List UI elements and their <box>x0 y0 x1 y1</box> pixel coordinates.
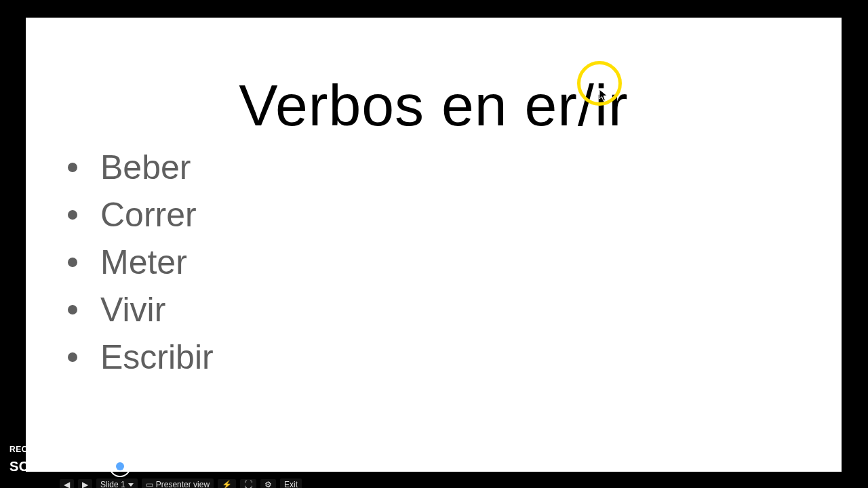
prev-slide-button[interactable]: ◀ <box>60 479 74 488</box>
list-item: Meter <box>68 239 214 286</box>
fullscreen-icon: ⛶ <box>244 481 252 488</box>
chevron-down-icon <box>128 483 134 487</box>
next-slide-button[interactable]: ▶ <box>78 479 92 488</box>
list-item: Escribir <box>68 333 214 381</box>
slide-number-label: Slide 1 <box>100 480 125 488</box>
slide-picker-button[interactable]: Slide 1 <box>96 479 138 488</box>
bullet-icon <box>68 352 77 362</box>
bullet-list: Beber Correr Meter Vivir Escribir <box>68 144 214 381</box>
fullscreen-button[interactable]: ⛶ <box>240 479 256 488</box>
bullet-text: Correr <box>100 195 197 235</box>
slide-title: Verbos en er/ir <box>26 72 842 139</box>
settings-button[interactable]: ⚙ <box>260 479 276 488</box>
pointer-button[interactable]: ⚡ <box>218 479 236 488</box>
chevron-right-icon: ▶ <box>82 481 88 488</box>
bullet-text: Vivir <box>100 290 165 329</box>
bullet-text: Meter <box>100 243 187 282</box>
pointer-icon: ⚡ <box>222 481 232 488</box>
presenter-view-label: Presenter view <box>156 480 210 488</box>
list-item: Vivir <box>68 286 214 333</box>
bullet-icon <box>68 163 77 172</box>
exit-button[interactable]: Exit <box>280 479 302 488</box>
bullet-icon <box>68 305 77 314</box>
presenter-icon: ▭ <box>146 481 153 488</box>
bullet-icon <box>68 258 77 267</box>
list-item: Correr <box>68 191 214 239</box>
exit-label: Exit <box>284 480 298 488</box>
bullet-icon <box>68 210 77 220</box>
slide-surface: Verbos en er/ir Beber Correr Meter Vivir… <box>26 18 842 472</box>
video-frame: Verbos en er/ir Beber Correr Meter Vivir… <box>0 0 868 488</box>
bullet-text: Beber <box>100 148 191 187</box>
presenter-view-button[interactable]: ▭ Presenter view <box>142 479 214 488</box>
presentation-toolbar: ◀ ▶ Slide 1 ▭ Presenter view ⚡ ⛶ ⚙ Exit <box>60 477 302 488</box>
bullet-text: Escribir <box>100 338 214 377</box>
chevron-left-icon: ◀ <box>64 481 70 488</box>
gear-icon: ⚙ <box>264 481 272 488</box>
list-item: Beber <box>68 144 214 191</box>
